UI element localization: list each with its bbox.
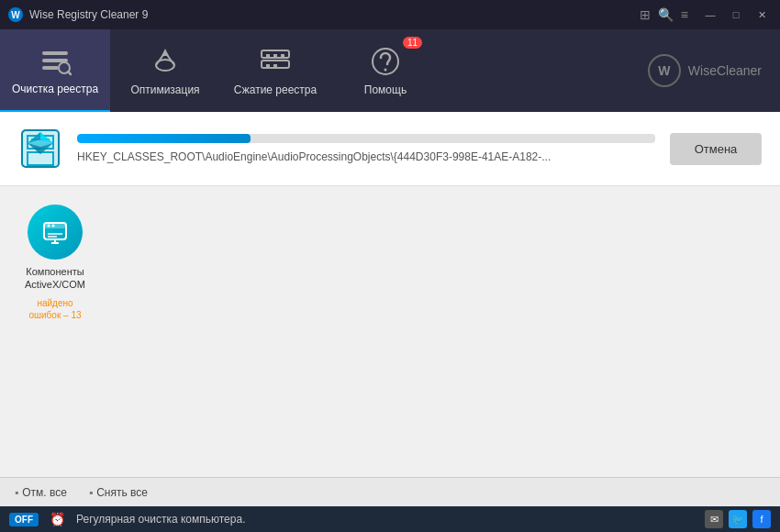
monitor-icon[interactable]: ⊞ [640,7,651,22]
wisecleaner-logo: W WiseCleaner [648,54,780,87]
bottom-bar: Отм. все Снять все [0,477,780,506]
registry-clean-icon [39,44,72,77]
svg-rect-2 [42,51,68,55]
svg-point-17 [384,69,387,72]
window-controls: — □ ✕ [699,4,773,26]
progress-bar-fill [77,134,251,143]
svg-rect-14 [266,64,270,68]
logo-text: WiseCleaner [688,63,762,78]
nav-item-registry-clean[interactable]: Очистка реестра [0,29,110,112]
svg-line-6 [68,72,71,74]
svg-rect-13 [281,54,284,58]
nav-label-registry-clean: Очистка реестра [12,83,98,95]
nav-item-optimize[interactable]: Оптимизация [110,29,220,112]
nav-bar: Очистка реестра Оптимизация Сжатие реест… [0,29,780,112]
search-icon[interactable]: 🔍 [658,7,674,22]
category-activex[interactable]: Компоненты ActiveX/COM найдено ошибок – … [18,205,92,321]
status-text: Регулярная очистка компьютера. [76,513,694,526]
social-links: ✉ 🐦 f [705,510,771,528]
title-bar-extras: ⊞ 🔍 ≡ [640,7,688,22]
cancel-button[interactable]: Отмена [670,133,762,165]
nav-label-help: Помощь [364,83,407,96]
progress-bar-container [77,134,655,143]
nav-label-optimize: Оптимизация [130,83,199,96]
progress-area: HKEY_CLASSES_ROOT\AudioEngine\AudioProce… [0,112,780,186]
progress-path: HKEY_CLASSES_ROOT\AudioEngine\AudioProce… [77,150,655,163]
svg-marker-8 [162,49,169,56]
svg-point-31 [52,225,55,227]
minimize-button[interactable]: — [699,4,721,26]
status-bar: OFF ⏰ Регулярная очистка компьютера. ✉ 🐦… [0,506,780,532]
scan-icon [18,127,62,171]
nav-item-compress[interactable]: Сжатие реестра [220,29,330,112]
deselect-all-action[interactable]: Снять все [89,486,148,499]
app-title: Wise Registry Cleaner 9 [29,8,640,21]
maximize-button[interactable]: □ [725,4,747,26]
app-icon: W [7,6,24,23]
svg-text:W: W [11,10,20,20]
nav-label-compress: Сжатие реестра [234,83,317,96]
logo-circle: W [648,54,681,87]
help-badge: 11 [403,37,422,49]
facebook-icon[interactable]: f [752,510,771,528]
activex-status: найдено ошибок – 13 [28,297,81,321]
nav-item-help[interactable]: 11 Помощь [330,29,440,112]
main-content: HKEY_CLASSES_ROOT\AudioEngine\AudioProce… [0,112,780,506]
twitter-icon[interactable]: 🐦 [729,510,747,528]
help-icon [369,45,402,78]
categories-area: Компоненты ActiveX/COM найдено ошибок – … [0,186,780,477]
svg-rect-12 [273,54,277,58]
svg-point-30 [48,225,50,227]
activex-name: Компоненты ActiveX/COM [18,265,92,292]
email-icon[interactable]: ✉ [705,510,723,528]
svg-rect-11 [266,54,270,58]
menu-icon[interactable]: ≡ [681,7,688,22]
optimize-icon [149,45,182,78]
close-button[interactable]: ✕ [751,4,773,26]
clock-icon: ⏰ [50,512,65,526]
title-bar: W Wise Registry Cleaner 9 ⊞ 🔍 ≡ — □ ✕ [0,0,780,29]
svg-rect-15 [273,64,277,68]
svg-rect-4 [42,66,59,70]
progress-info: HKEY_CLASSES_ROOT\AudioEngine\AudioProce… [77,134,655,163]
activex-icon [28,205,83,260]
bottom-actions: Отм. все Снять все [15,486,765,499]
compress-icon [259,45,292,78]
off-badge[interactable]: OFF [9,513,39,526]
select-all-action[interactable]: Отм. все [15,486,67,499]
